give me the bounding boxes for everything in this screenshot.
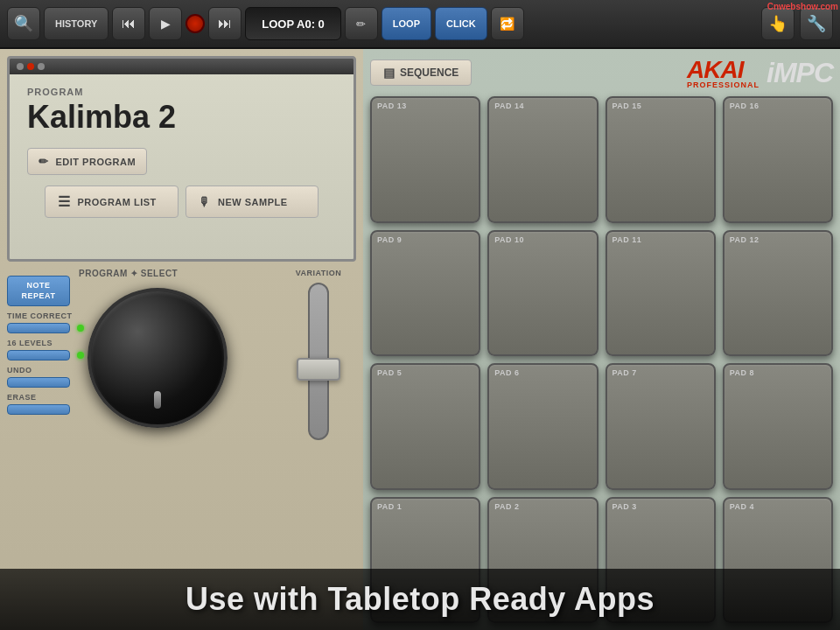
edit-program-label: EDIT PROGRAM [56, 157, 136, 167]
pad-label-pad16: PAD 16 [730, 102, 826, 110]
list-icon [58, 193, 71, 210]
time-correct-button[interactable] [7, 323, 70, 333]
pad-pad8[interactable]: PAD 8 [723, 363, 833, 490]
hand-button[interactable] [761, 7, 794, 40]
pad-label-pad5: PAD 5 [377, 368, 473, 377]
time-correct-label: TIME CORRECT [7, 312, 73, 320]
sequence-button[interactable]: SEQUENCE [370, 60, 472, 86]
new-sample-button[interactable]: NEW SAMPLE [186, 186, 319, 218]
hand-icon [768, 14, 788, 33]
bottom-text: Use with Tabletop Ready Apps [186, 581, 654, 618]
search-button[interactable] [7, 7, 40, 40]
knob-container [88, 288, 228, 428]
search-icon [14, 14, 33, 33]
sequence-label: SEQUENCE [400, 66, 458, 79]
knob-indicator [154, 391, 161, 409]
loop-display[interactable]: LOOP A0: 0 [245, 7, 341, 40]
click-button[interactable]: CLICK [435, 7, 487, 40]
pad-label-pad8: PAD 8 [730, 368, 826, 377]
program-label: PROGRAM [27, 87, 336, 97]
variation-label: VARIATION [296, 269, 342, 277]
play-button[interactable] [149, 7, 182, 40]
pad-label-pad9: PAD 9 [377, 235, 473, 244]
program-list-button[interactable]: PROGRAM LIST [45, 186, 178, 218]
pad-label-pad10: PAD 10 [494, 235, 591, 244]
screen-dot-2 [27, 63, 34, 70]
play-icon [161, 16, 171, 32]
loop-icon [500, 16, 514, 32]
pad-pad13[interactable]: PAD 13 [370, 96, 480, 223]
settings-button[interactable] [800, 7, 833, 40]
note-repeat-button[interactable]: NOTEREPEAT [7, 276, 70, 306]
pad-label-pad12: PAD 12 [730, 235, 826, 244]
undo-button[interactable] [7, 377, 70, 388]
pad-pad7[interactable]: PAD 7 [606, 363, 716, 490]
pad-pad11[interactable]: PAD 11 [606, 230, 716, 357]
akai-brand-container: AKAI professional [687, 56, 760, 89]
pad-pad15[interactable]: PAD 15 [606, 96, 716, 223]
sequence-header: SEQUENCE AKAI professional iMPC [370, 56, 833, 89]
akai-professional: professional [687, 80, 760, 89]
main-content: PROGRAM Kalimba 2 EDIT PROGRAM PROGRAM L… [0, 49, 840, 630]
sixteen-levels-label: 16 LEVELS [7, 339, 52, 347]
wrench-icon [807, 14, 826, 33]
pad-pad12[interactable]: PAD 12 [723, 230, 833, 357]
pad-pad9[interactable]: PAD 9 [370, 230, 480, 357]
pad-pad10[interactable]: PAD 10 [487, 230, 598, 357]
undo-group: UNDO [7, 366, 84, 388]
pad-label-pad15: PAD 15 [612, 102, 709, 110]
pad-label-pad11: PAD 11 [612, 235, 709, 244]
impc-text: iMPC [766, 57, 833, 89]
history-button[interactable]: HISTORY [44, 7, 108, 40]
pencil-button[interactable] [345, 7, 378, 40]
screen-content: PROGRAM Kalimba 2 EDIT PROGRAM PROGRAM L… [10, 74, 354, 230]
erase-label: ERASE [7, 393, 37, 402]
bottom-overlay: Use with Tabletop Ready Apps [0, 569, 840, 630]
time-correct-group: TIME CORRECT [7, 312, 84, 333]
loop-button[interactable]: LOOP [382, 7, 431, 40]
time-correct-dot [77, 325, 84, 332]
pad-label-pad4: PAD 4 [730, 502, 826, 511]
variation-slider-thumb[interactable] [297, 358, 340, 381]
pencil-icon [356, 16, 366, 32]
edit-program-button[interactable]: EDIT PROGRAM [27, 148, 147, 175]
sequence-icon [383, 66, 395, 80]
pad-label-pad1: PAD 1 [377, 502, 473, 511]
next-button[interactable] [208, 7, 242, 40]
program-name: Kalimba 2 [27, 99, 336, 136]
pad-label-pad3: PAD 3 [612, 502, 709, 511]
pad-label-pad13: PAD 13 [377, 102, 473, 110]
edit-icon [38, 155, 49, 168]
akai-logo: AKAI professional iMPC [687, 56, 833, 89]
program-select-label: PROGRAM ✦ SELECT [79, 269, 178, 278]
erase-group: ERASE [7, 393, 84, 415]
left-buttons: NOTEREPEAT TIME CORRECT 16 LEVELS [7, 276, 84, 415]
sixteen-levels-dot [77, 352, 84, 359]
screen-dot-1 [17, 63, 24, 70]
pads-grid: PAD 13PAD 14PAD 15PAD 16PAD 9PAD 10PAD 1… [370, 96, 833, 623]
program-screen: PROGRAM Kalimba 2 EDIT PROGRAM PROGRAM L… [7, 56, 356, 262]
record-button[interactable] [186, 14, 205, 33]
pad-pad6[interactable]: PAD 6 [487, 363, 598, 490]
prev-button[interactable] [112, 7, 145, 40]
next-icon [218, 16, 232, 32]
loop-icon-button[interactable] [491, 7, 524, 40]
new-sample-label: NEW SAMPLE [218, 197, 288, 207]
right-panel: SEQUENCE AKAI professional iMPC PAD 13PA… [363, 49, 840, 630]
pad-pad16[interactable]: PAD 16 [723, 96, 833, 223]
pad-label-pad2: PAD 2 [494, 502, 591, 511]
erase-button[interactable] [7, 404, 70, 415]
sixteen-levels-group: 16 LEVELS [7, 339, 84, 360]
pad-label-pad7: PAD 7 [612, 368, 709, 377]
undo-label: UNDO [7, 366, 32, 374]
pad-pad5[interactable]: PAD 5 [370, 363, 480, 490]
program-list-label: PROGRAM LIST [78, 197, 157, 207]
pad-label-pad14: PAD 14 [494, 102, 591, 110]
pad-pad14[interactable]: PAD 14 [487, 96, 598, 223]
big-knob[interactable] [88, 288, 228, 428]
screen-bottom-buttons: PROGRAM LIST NEW SAMPLE [27, 186, 336, 218]
variation-slider[interactable] [308, 283, 329, 440]
screen-top-bar [10, 59, 354, 74]
screen-dot-3 [38, 63, 45, 70]
sixteen-levels-button[interactable] [7, 350, 70, 360]
